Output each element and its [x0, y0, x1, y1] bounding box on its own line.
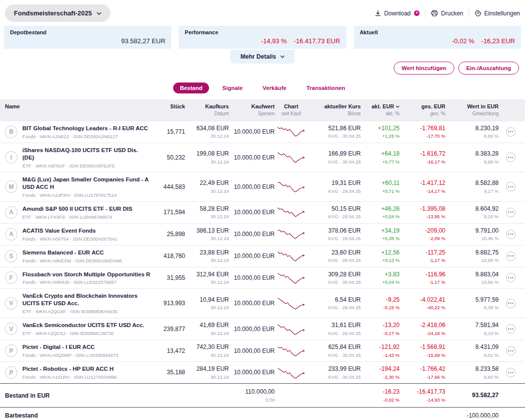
settings-button[interactable]: Einstellungen — [475, 10, 520, 17]
fund-name-cell[interactable]: A ACATIS Value Event Fonds Fonds · WKN A… — [5, 227, 154, 242]
sparkline-chart[interactable] — [275, 125, 308, 139]
wert-cell: 8.230,19 8,80 % — [445, 125, 499, 139]
sparkline-chart[interactable] — [275, 366, 308, 380]
row-menu-button[interactable]: ••• — [506, 273, 516, 282]
sparkline-chart[interactable] — [275, 180, 308, 194]
fund-meta: Fonds · WKN A0M430 · ISIN LU0323378657 — [22, 279, 150, 285]
header-kurs[interactable]: aktueller KursBörse — [308, 103, 361, 116]
fund-name[interactable]: ACATIS Value Event Fonds — [22, 227, 117, 235]
row-menu-button[interactable]: ••• — [506, 153, 516, 162]
kurs-cell: 6,54 EUR KVG · 29.04.25 — [308, 296, 361, 311]
kaufwert-cell: 10.000,00 EUR — [229, 154, 275, 161]
table-header-row: Name Stück KaufkursDatum KaufwertSpesen … — [0, 99, 525, 121]
kaufwert-cell: 10.000,00 EUR — [229, 274, 275, 281]
stueck-cell: 239,877 — [154, 326, 185, 333]
tab-bestand[interactable]: Bestand — [173, 83, 209, 93]
tabs: Bestand Signale Verkäufe Transaktionen — [0, 83, 525, 93]
header-chart[interactable]: Chartseit Kauf — [275, 103, 308, 116]
fund-name[interactable]: VanEck Semiconductor UCITS ETF USD Acc. — [22, 322, 144, 329]
fund-name-cell[interactable]: A Amundi S&P 500 II UCITS ETF - EUR DIS … — [5, 205, 154, 220]
fund-name-cell[interactable]: S Siemens Balanced - EUR ACC Fonds · WKN… — [5, 249, 154, 263]
holdings-table: Name Stück KaufkursDatum KaufwertSpesen … — [0, 99, 525, 420]
sparkline-chart[interactable] — [275, 205, 308, 219]
sparkline-chart[interactable] — [275, 151, 308, 165]
kaufkurs-cell: 41,69 EUR 30.12.24 — [185, 322, 229, 336]
row-menu-button[interactable]: ••• — [506, 324, 516, 334]
header-name[interactable]: Name — [5, 103, 154, 109]
row-menu-button[interactable]: ••• — [506, 127, 516, 137]
fund-meta: ETF · WKN A2QG8F · ISIN IE00BMDKNW35 — [22, 309, 150, 314]
print-label: Drucken — [441, 10, 463, 17]
row-menu-button[interactable]: ••• — [506, 299, 516, 308]
header-wert[interactable]: Wert in EURGewichtung — [445, 103, 499, 116]
fund-name-cell[interactable]: B BIT Global Technology Leaders - R-I EU… — [5, 125, 154, 139]
header-kaufkurs[interactable]: KaufkursDatum — [185, 103, 229, 116]
tab-verkaeufe[interactable]: Verkäufe — [256, 83, 293, 93]
fund-letter-avatar: P — [5, 344, 17, 357]
fund-name[interactable]: BIT Global Technology Leaders - R-I EUR … — [22, 125, 148, 132]
kaufkurs-cell: 23,88 EUR 30.12.24 — [185, 249, 229, 263]
sparkline-chart[interactable] — [275, 227, 308, 241]
akt-eur-cell: -194,24 -2,30 % — [361, 365, 400, 380]
fund-name[interactable]: M&G (Lux) Japan Smaller Companies Fund -… — [22, 176, 150, 191]
fund-name[interactable]: Siemens Balanced - EUR ACC — [22, 249, 122, 256]
bestand-ges: -16.417,73 -14,93 % — [400, 388, 445, 403]
fund-name[interactable]: Flossbach von Storch Multiple Opportunit… — [22, 271, 150, 278]
stueck-cell: 913,993 — [154, 300, 185, 307]
fund-name-cell[interactable]: I iShares NASDAQ-100 UCITS ETF USD Dis. … — [5, 147, 154, 168]
row-menu-button[interactable]: ••• — [506, 346, 516, 355]
row-menu-button[interactable]: ••• — [506, 182, 516, 191]
fund-name-cell[interactable]: V VanEck Semiconductor UCITS ETF USD Acc… — [5, 322, 154, 336]
bestand-kaufwert: 110.000,00 0,00 — [229, 388, 275, 403]
row-menu-button[interactable]: ••• — [506, 230, 516, 239]
print-button[interactable]: Drucken — [431, 10, 463, 17]
row-menu-button[interactable]: ••• — [506, 208, 516, 217]
row-menu-button[interactable]: ••• — [506, 368, 516, 377]
kurs-cell: 625,84 EUR KVG · 30.04.25 — [308, 343, 361, 358]
header-akt-eur[interactable]: akt. EUR akt. % — [361, 103, 400, 116]
pay-in-out-button[interactable]: Ein-/Auszahlung — [458, 62, 519, 75]
download-button[interactable]: Download + — [375, 10, 420, 17]
akt-eur-cell: +34,19 +0,35 % — [361, 227, 400, 242]
akt-eur-cell: +60,11 +0,71 % — [361, 179, 400, 194]
fund-name-cell[interactable]: M M&G (Lux) Japan Smaller Companies Fund… — [5, 176, 154, 198]
portfolio-selector[interactable]: Fondsmeisterschaft-2025 — [5, 4, 110, 22]
sparkline-chart[interactable] — [275, 249, 308, 263]
kurs-cell: 309,28 EUR KVG · 30.04.25 — [308, 271, 361, 285]
sparkline-chart[interactable] — [275, 296, 308, 310]
download-label: Download — [384, 10, 411, 17]
sparkline-chart[interactable] — [275, 322, 308, 336]
fund-name[interactable]: Pictet - Robotics - HP EUR ACC H — [22, 365, 117, 373]
header-stueck[interactable]: Stück — [154, 103, 185, 109]
kurs-cell: 50,15 EUR KVG · 29.04.25 — [308, 205, 361, 220]
stueck-cell: 50,232 — [154, 154, 185, 161]
row-menu-button[interactable]: ••• — [506, 252, 516, 261]
ges-eur-cell: -1.769,81 -17,70 % — [400, 125, 445, 139]
tab-transaktionen[interactable]: Transaktionen — [300, 83, 352, 93]
mehr-details-button[interactable]: Mehr Details — [230, 50, 294, 64]
header-kaufwert[interactable]: KaufwertSpesen — [229, 103, 275, 116]
chevron-down-icon — [280, 55, 285, 58]
fund-name-cell[interactable]: F Flossbach von Storch Multiple Opportun… — [5, 271, 154, 285]
sparkline-chart[interactable] — [275, 344, 308, 358]
fund-name-cell[interactable]: V VanEck Crypto and Blockchain Innovator… — [5, 292, 154, 314]
fund-name[interactable]: Amundi S&P 500 II UCITS ETF - EUR DIS — [22, 205, 132, 213]
wert-cell: 8.604,92 9,20 % — [445, 205, 499, 220]
fund-name-cell[interactable]: P Pictet - Digital - I EUR ACC Fonds · W… — [5, 343, 154, 358]
stueck-cell: 25,898 — [154, 231, 185, 238]
sparkline-svg — [277, 296, 306, 310]
header-ges-eur[interactable]: ges. EURges. % — [400, 103, 445, 116]
tab-signale[interactable]: Signale — [216, 83, 249, 93]
add-value-button[interactable]: Wert hinzufügen — [394, 62, 454, 75]
fund-name-cell[interactable]: P Pictet - Robotics - HP EUR ACC H Fonds… — [5, 365, 154, 380]
fund-name[interactable]: iShares NASDAQ-100 UCITS ETF USD Dis. (D… — [22, 147, 150, 162]
fund-name[interactable]: VanEck Crypto and Blockchain Innovators … — [22, 292, 150, 307]
fund-name[interactable]: Pictet - Digital - I EUR ACC — [22, 343, 118, 351]
ges-eur-cell: -2.418,06 -24,18 % — [400, 322, 445, 336]
fund-letter-avatar: V — [5, 297, 17, 310]
sparkline-chart[interactable] — [275, 271, 308, 285]
sparkline-svg — [277, 322, 306, 336]
fund-letter-avatar: A — [5, 206, 17, 219]
table-row: P Pictet - Robotics - HP EUR ACC H Fonds… — [0, 361, 525, 383]
akt-eur-cell: -13,20 -0,17 % — [361, 322, 400, 336]
